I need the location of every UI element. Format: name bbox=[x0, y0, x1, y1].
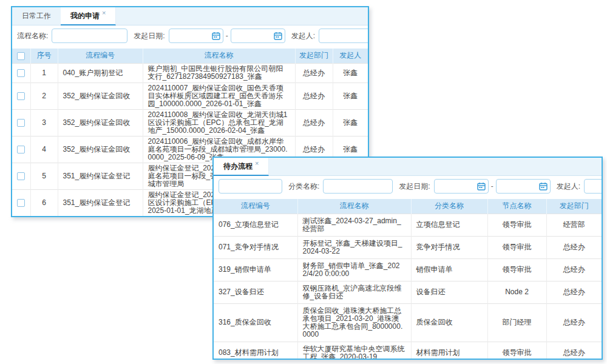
cell-node: 部门经理 bbox=[487, 303, 546, 342]
cell-dept: 总经办 bbox=[295, 63, 333, 83]
cell-code: 352_履约保证金回收 bbox=[58, 83, 143, 109]
tab-my-applications-label: 我的申请 bbox=[70, 11, 100, 21]
cell-code: 040_账户期初登记 bbox=[58, 63, 143, 83]
date-range-separator: - bbox=[226, 32, 228, 40]
cell-name: 双钢压路机_京沪高速北京段维修_设备归还 bbox=[297, 281, 411, 303]
table-row[interactable]: 319_销假申请单财务部_销假申请单_张鑫_2022/4/20 0:00:00销… bbox=[214, 258, 602, 281]
process-name-input[interactable] bbox=[52, 29, 127, 43]
cell-code: 351_履约保证金登记 bbox=[58, 189, 143, 216]
cell-dept: 总经办 bbox=[546, 258, 602, 281]
cell-seq: 6 bbox=[30, 189, 58, 216]
table-row[interactable]: 076_立项信息登记测试张鑫_2024-03-27_admin_经营部立项信息登… bbox=[214, 214, 602, 236]
cell-name: 财务部_销假申请单_张鑫_2022/4/20 0:00:00 bbox=[297, 258, 411, 281]
table-row[interactable]: 3352_履约保证金回收2024110008_履约保证金回收_龙湖天街城1区设计… bbox=[12, 109, 368, 136]
tab-todo-process[interactable]: 待办流程 × bbox=[214, 158, 269, 176]
category-name-input[interactable] bbox=[323, 179, 393, 194]
tab-daily-work-label: 日常工作 bbox=[22, 11, 51, 21]
cell-dept: 经营部 bbox=[546, 214, 602, 236]
cell-seq: 5 bbox=[30, 163, 58, 189]
cell-code: 319_销假申请单 bbox=[214, 258, 297, 281]
cell-code: 071_竞争对手情况 bbox=[214, 236, 297, 258]
select-all-checkbox[interactable] bbox=[17, 52, 25, 60]
cell-name: 华软大厦研究基地中央空调系统工程_张鑫_2020-03-19 bbox=[297, 342, 411, 360]
todo-process-window: 待办流程 × 分类名称: 发起日期: - 发起人: 流程编号流程名称分类名称节点… bbox=[212, 157, 603, 360]
cell-code: 351_履约保证金登记 bbox=[58, 216, 143, 217]
row-checkbox[interactable] bbox=[17, 199, 25, 207]
table-row[interactable]: 071_竞争对手情况开标登记_张鑫_天梯建设项目_2024-03-22竞争对手情… bbox=[214, 236, 602, 258]
column-header: 发起部门 bbox=[546, 199, 602, 214]
table-row[interactable]: 1040_账户期初登记账户期初_中国民生银行股份有限公司朝阳支行_6271827… bbox=[12, 63, 368, 83]
row-checkbox[interactable] bbox=[17, 92, 25, 100]
row-checkbox[interactable] bbox=[17, 172, 25, 180]
tab-my-applications[interactable]: 我的申请 × bbox=[61, 7, 116, 25]
calendar-icon[interactable] bbox=[274, 32, 282, 40]
cell-node: 领导审批 bbox=[487, 236, 546, 258]
cell-dept: 总经办 bbox=[546, 342, 602, 360]
cell-code: 352_履约保证金回收 bbox=[58, 136, 143, 163]
start-date-label: 发起日期: bbox=[134, 31, 164, 41]
column-header: 流程名称 bbox=[143, 49, 295, 63]
cell-name: 开标登记_张鑫_天梯建设项目_2024-03-22 bbox=[297, 236, 411, 258]
initiator-input[interactable] bbox=[319, 29, 368, 43]
panel1-filter-bar: 流程名称: 发起日期: - 发起人: 待办人: bbox=[12, 25, 368, 46]
cell-name: 账户期初_中国民生银行股份有限公司朝阳支行_627182738495092718… bbox=[143, 63, 295, 83]
tab-todo-process-label: 待办流程 bbox=[223, 161, 253, 172]
cell-category: 销假申请单 bbox=[411, 258, 487, 281]
table-row[interactable]: 2352_履约保证金回收2024110007_履约保证金回收_国色天香项目实体样… bbox=[12, 83, 368, 109]
calendar-icon[interactable] bbox=[477, 182, 486, 190]
tab-daily-work[interactable]: 日常工作 bbox=[12, 7, 61, 25]
row-checkbox[interactable] bbox=[17, 69, 25, 77]
todo-process-table: 流程编号流程名称分类名称节点名称发起部门076_立项信息登记测试张鑫_2024-… bbox=[214, 199, 602, 360]
date-range-separator: - bbox=[491, 182, 493, 190]
category-name-label: 分类名称: bbox=[288, 181, 319, 192]
panel2-tabbar: 待办流程 × bbox=[214, 158, 602, 176]
calendar-icon[interactable] bbox=[539, 182, 548, 190]
close-icon[interactable]: × bbox=[102, 9, 106, 16]
cell-dept: 总经办 bbox=[546, 303, 602, 342]
column-header: 序号 bbox=[30, 49, 58, 63]
cell-node: 领导审批 bbox=[487, 258, 546, 281]
cell-code: 083_材料需用计划 bbox=[214, 342, 297, 360]
initiator-label: 发起人: bbox=[291, 31, 315, 41]
cell-category: 竞争对手情况 bbox=[411, 236, 487, 258]
process-name-label: 流程名称: bbox=[17, 31, 48, 41]
table-row[interactable]: 316_质保金回收质保金回收_港珠澳大桥施工总承包项目_2021-03-20_港… bbox=[214, 303, 602, 342]
calendar-icon[interactable] bbox=[212, 32, 220, 40]
column-header: 分类名称 bbox=[411, 199, 487, 214]
panel1-tabbar: 日常工作 我的申请 × bbox=[12, 7, 368, 25]
cell-code: 351_履约保证金登记 bbox=[58, 163, 143, 189]
table-row[interactable]: 083_材料需用计划华软大厦研究基地中央空调系统工程_张鑫_2020-03-19… bbox=[214, 342, 602, 360]
cell-category: 设备归还 bbox=[411, 281, 487, 303]
process-name-input[interactable] bbox=[219, 179, 282, 194]
cell-name: 2024110007_履约保证金回收_国色天香项目实体样板房区域园建工程_国色天… bbox=[143, 83, 295, 109]
cell-person: 张鑫 bbox=[333, 63, 368, 83]
cell-seq: 3 bbox=[30, 109, 58, 136]
table-header-row: 流程编号流程名称分类名称节点名称发起部门 bbox=[214, 199, 602, 214]
close-icon[interactable]: × bbox=[255, 160, 259, 167]
cell-dept: 总经办 bbox=[295, 83, 333, 109]
cell-person: 张鑫 bbox=[333, 109, 368, 136]
row-checkbox[interactable] bbox=[17, 119, 25, 127]
cell-category: 质保金回收 bbox=[411, 303, 487, 342]
cell-seq: 1 bbox=[30, 63, 58, 83]
cell-seq: 4 bbox=[30, 136, 58, 163]
initiator-input[interactable] bbox=[584, 179, 602, 194]
cell-dept: 总经办 bbox=[546, 281, 602, 303]
start-date-label: 发起日期: bbox=[399, 181, 430, 192]
cell-category: 立项信息登记 bbox=[411, 214, 487, 236]
cell-person: 张鑫 bbox=[333, 83, 368, 109]
cell-name: 2024110008_履约保证金回收_龙湖天街城1区设计采购施工（EPC）总承包… bbox=[143, 109, 295, 136]
column-header: 流程编号 bbox=[58, 49, 143, 63]
panel2-filter-bar: 分类名称: 发起日期: - 发起人: bbox=[214, 176, 602, 197]
table-row[interactable]: 327_设备归还双钢压路机_京沪高速北京段维修_设备归还设备归还Node 2总经… bbox=[214, 281, 602, 303]
cell-code: 076_立项信息登记 bbox=[214, 214, 297, 236]
column-header: 发起人 bbox=[333, 49, 368, 63]
cell-node: 领导审批 bbox=[487, 342, 546, 360]
cell-code: 327_设备归还 bbox=[214, 281, 297, 303]
cell-code: 316_质保金回收 bbox=[214, 303, 297, 342]
cell-name: 质保金回收_港珠澳大桥施工总承包项目_2021-03-20_港珠澳大桥施工总承包… bbox=[297, 303, 411, 342]
cell-node: 领导审批 bbox=[487, 214, 546, 236]
cell-dept: 总经办 bbox=[295, 109, 333, 136]
cell-seq: 2 bbox=[30, 83, 58, 109]
row-checkbox[interactable] bbox=[17, 146, 25, 153]
